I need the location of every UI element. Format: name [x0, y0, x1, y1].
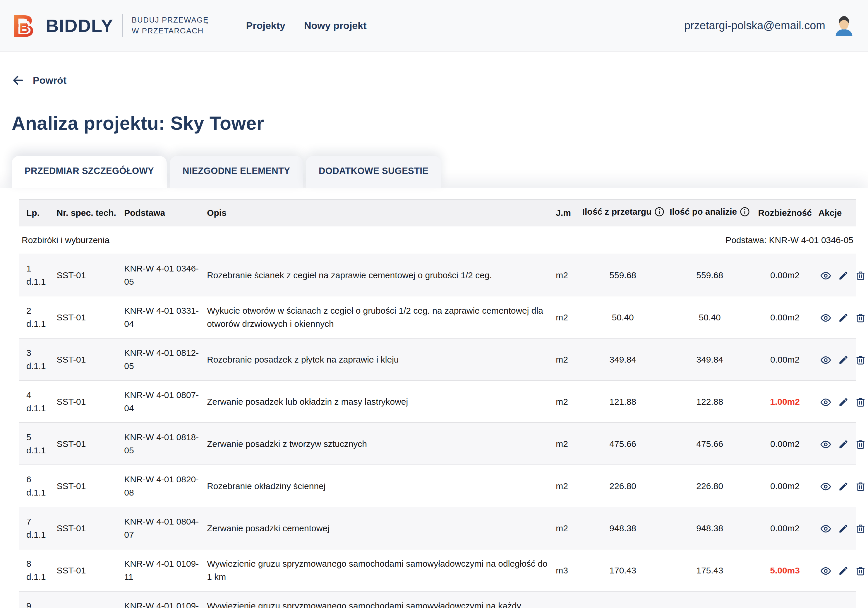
row-divergence: 0.00m2: [754, 338, 816, 381]
view-button[interactable]: [820, 523, 831, 534]
pencil-icon: [838, 313, 849, 323]
row-qty-tender: 175.43: [580, 591, 666, 608]
row-podstawa: KNR-W 4-01 0109-12: [122, 591, 205, 608]
row-opis: Rozebranie ścianek z cegieł na zaprawie …: [205, 254, 553, 296]
page-title: Analiza projektu: Sky Tower: [12, 112, 856, 134]
row-spec: SST-01: [54, 338, 122, 381]
edit-button[interactable]: [838, 355, 849, 365]
delete-button[interactable]: [855, 397, 866, 408]
row-spec: SST-01: [54, 296, 122, 338]
trash-icon: [855, 566, 866, 576]
row-divergence: 0.00m2: [754, 296, 816, 338]
eye-icon: [820, 313, 831, 323]
pencil-icon: [838, 566, 849, 576]
edit-button[interactable]: [838, 481, 849, 492]
pencil-icon: [838, 355, 849, 365]
row-qty-tender: 475.66: [580, 423, 666, 465]
info-icon[interactable]: [740, 207, 750, 219]
user-avatar[interactable]: [833, 14, 855, 37]
col-jm: J.m: [553, 199, 580, 226]
row-actions: [816, 465, 856, 507]
row-podstawa: KNR-W 4-01 0812-05: [122, 338, 205, 381]
view-button[interactable]: [820, 270, 831, 281]
row-divergence: 5.00m3: [754, 549, 816, 591]
row-actions: [816, 296, 856, 338]
row-actions: [816, 423, 856, 465]
row-divergence: 0.00m3: [754, 591, 816, 608]
row-lp: 8 d.1.1: [19, 549, 54, 591]
info-icon[interactable]: [654, 207, 664, 219]
eye-icon: [820, 481, 831, 492]
row-qty-analysis: 475.66: [666, 423, 754, 465]
view-button[interactable]: [820, 355, 831, 365]
edit-button[interactable]: [838, 397, 849, 408]
col-nr-spec-tech: Nr. spec. tech.: [54, 199, 122, 226]
delete-button[interactable]: [855, 355, 866, 365]
row-spec: SST-01: [54, 423, 122, 465]
section-name: Rozbiróki i wyburzenia: [19, 226, 553, 254]
row-podstawa: KNR-W 4-01 0804-07: [122, 507, 205, 549]
view-button[interactable]: [820, 481, 831, 492]
delete-button[interactable]: [855, 523, 866, 534]
nav-projekty[interactable]: Projekty: [246, 20, 285, 31]
edit-button[interactable]: [838, 270, 849, 281]
view-button[interactable]: [820, 397, 831, 408]
biddly-logo[interactable]: B B B BIDDLY BUDUJ PRZEWAGĘ W PRZETARGAC…: [12, 11, 209, 40]
user-email: przetargi-polska@email.com: [684, 19, 825, 32]
row-qty-tender: 559.68: [580, 254, 666, 296]
edit-button[interactable]: [838, 523, 849, 534]
col-ilosc-z-przetargu: Ilość z przetargu: [580, 199, 666, 226]
row-qty-tender: 948.38: [580, 507, 666, 549]
row-qty-tender: 50.40: [580, 296, 666, 338]
row-actions: [816, 338, 856, 381]
col-podstawa: Podstawa: [122, 199, 205, 226]
delete-button[interactable]: [855, 270, 866, 281]
przedmiar-table: Lp. Nr. spec. tech. Podstawa Opis J.m Il…: [19, 199, 856, 608]
row-qty-analysis: 226.80: [666, 465, 754, 507]
row-actions: [816, 507, 856, 549]
view-button[interactable]: [820, 313, 831, 323]
table-row: 5 d.1.1SST-01KNR-W 4-01 0818-05Zerwanie …: [19, 423, 856, 465]
logo-separator: [122, 14, 123, 37]
delete-button[interactable]: [855, 481, 866, 492]
tab-przedmiar-szczegolowy[interactable]: PRZEDMIAR SZCZEGÓŁOWY: [12, 156, 167, 188]
back-button[interactable]: Powrót: [12, 74, 67, 87]
row-qty-analysis: 175.43: [666, 549, 754, 591]
tab-dodatkowe-sugestie[interactable]: DODATKOWE SUGESTIE: [306, 156, 441, 188]
view-button[interactable]: [820, 439, 831, 450]
table-row: 3 d.1.1SST-01KNR-W 4-01 0812-05Rozebrani…: [19, 338, 856, 381]
eye-icon: [820, 270, 831, 281]
nav-nowy-projekt[interactable]: Nowy projekt: [304, 20, 366, 31]
edit-button[interactable]: [838, 439, 849, 450]
edit-button[interactable]: [838, 313, 849, 323]
view-button[interactable]: [820, 566, 831, 576]
row-jm: m2: [553, 338, 580, 381]
arrow-left-icon: [12, 74, 25, 87]
eye-icon: [820, 439, 831, 450]
row-spec: SST-01: [54, 254, 122, 296]
row-qty-analysis: 122.88: [666, 381, 754, 423]
delete-button[interactable]: [855, 439, 866, 450]
row-jm: m2: [553, 423, 580, 465]
back-label: Powrót: [33, 75, 67, 86]
delete-button[interactable]: [855, 313, 866, 323]
row-lp: 5 d.1.1: [19, 423, 54, 465]
svg-text:B: B: [19, 20, 29, 36]
row-opis: Wywiezienie gruzu spryzmowanego samochod…: [205, 549, 553, 591]
row-qty-tender: 349.84: [580, 338, 666, 381]
row-spec: SST-01: [54, 465, 122, 507]
trash-icon: [855, 523, 866, 534]
tab-niezgodne-elementy[interactable]: NIEZGODNE ELEMENTY: [170, 156, 303, 188]
table-header-row: Lp. Nr. spec. tech. Podstawa Opis J.m Il…: [19, 199, 856, 226]
row-podstawa: KNR-W 4-01 0109-11: [122, 549, 205, 591]
col-akcje: Akcje: [816, 199, 856, 226]
table-row: 2 d.1.1SST-01KNR-W 4-01 0331-04Wykucie o…: [19, 296, 856, 338]
row-opis: Rozebranie okładziny ściennej: [205, 465, 553, 507]
row-opis: Zerwanie posadzki z tworzyw sztucznych: [205, 423, 553, 465]
row-opis: Wykucie otworów w ścianach z cegieł o gr…: [205, 296, 553, 338]
row-jm: m2: [553, 296, 580, 338]
row-lp: 6 d.1.1: [19, 465, 54, 507]
edit-button[interactable]: [838, 566, 849, 576]
delete-button[interactable]: [855, 566, 866, 576]
logo-wordmark: BIDDLY: [46, 15, 113, 36]
